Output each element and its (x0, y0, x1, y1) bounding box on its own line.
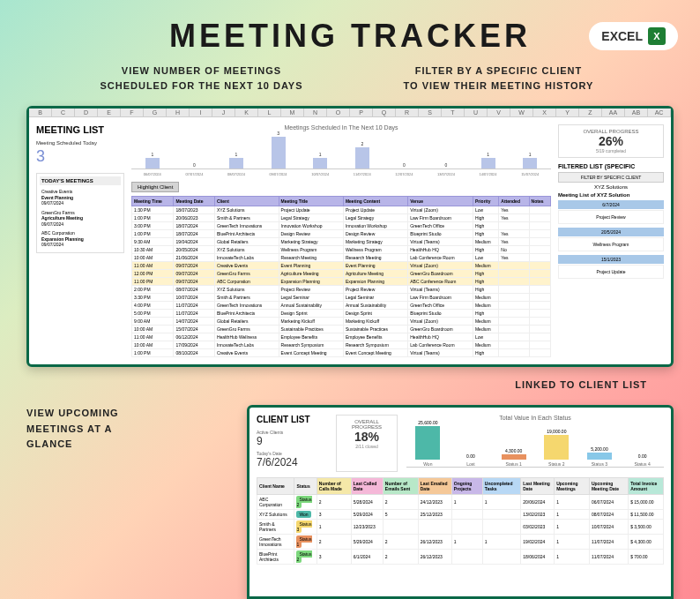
filter-label: FILTER BY SPECIFIC CLIENT (558, 172, 664, 183)
table-row[interactable]: 1:00 PM08/10/2024Creative EventsEvent Co… (132, 349, 551, 357)
filtered-list-title: Meeting List of XYZ Solution (558, 192, 664, 198)
table-row[interactable]: 2:00 PM08/07/2024XYZ SolutionsProject Re… (132, 286, 551, 294)
today-meeting-item[interactable]: GreenGro FarmsAgriculture Meeting09/07/2… (40, 208, 121, 229)
table-row[interactable]: 10:00 AM17/09/2024InnovateTech LabsResea… (132, 341, 551, 349)
filtered-meeting[interactable]: Project Review (558, 210, 664, 224)
callout-top-right: FILTER BY A SPECIFIC CLIENT TO VIEW THEI… (350, 64, 647, 93)
column-headers: BCDEFGHIJKLMNOPQRSTUVWXYZAAABAC (29, 109, 671, 117)
progress-box: OVERALL PROGRESS 26% 5/19 completed (558, 124, 664, 158)
table-row[interactable]: 9:30 AM19/04/2024Global RetailersMarketi… (132, 238, 551, 246)
today-meeting-item[interactable]: ABC CorporationExpansion Planning09/07/2… (40, 228, 121, 250)
today-meetings-title: TODAY'S MEETINGS (40, 176, 121, 185)
highlight-client-button[interactable]: Highlight Client (131, 182, 179, 192)
table-row[interactable]: 10:30 AM20/05/2024XYZ SolutionsWellness … (132, 246, 551, 254)
excel-label: EXCEL (601, 29, 643, 43)
table-row[interactable]: 9:00 AM14/07/2024Global RetailersMarketi… (132, 318, 551, 326)
progress-pct: 26% (562, 134, 659, 148)
table-row[interactable]: 1:00 PM20/06/2023Smith & PartnersLegal S… (132, 214, 551, 222)
table-row[interactable]: 10:00 AM15/07/2024GreenGro FarmsSustaina… (132, 326, 551, 333)
filtered-date: 15/1/2023 (558, 255, 664, 264)
table-row[interactable]: GreenTech InnovationsStatus 125/29/20242… (257, 535, 664, 550)
callout-left: VIEW UPCOMING MEETINGS AT A GLANCE (26, 406, 119, 453)
table-row[interactable]: 11:00 PM09/07/2024ABC CorporationExpansi… (132, 278, 551, 286)
table-row[interactable]: 10:00 AM21/06/2024InnovateTech LabsResea… (132, 254, 551, 262)
active-clients-count: 9 (257, 435, 327, 447)
client-progress-box: OVERALL PROGRESS 18% 2/11 closed (336, 415, 398, 472)
table-row[interactable]: ABC CorporationStatus 225/28/2024224/12/… (257, 495, 664, 510)
filtered-date: 20/5/2024 (558, 228, 664, 236)
meeting-list-title: MEETING LIST (36, 124, 124, 135)
filter-title: FILTERED LIST (SPECIFIC (558, 163, 664, 169)
table-row[interactable]: 3:00 PM18/07/2024GreenTech InnovationsIn… (132, 222, 551, 230)
scheduled-today-count: 3 (36, 147, 124, 166)
filtered-meeting[interactable]: Project Update (558, 265, 664, 279)
table-row[interactable]: Smith & PartnersStatus 3112/23/202303/02… (257, 520, 664, 535)
excel-badge: EXCEL X (589, 22, 678, 50)
table-row[interactable]: 3:30 PM10/07/2024Smith & PartnersLegal S… (132, 294, 551, 302)
table-row[interactable]: 5:00 PM11/07/2024BluePrint ArchitectsDes… (132, 310, 551, 318)
table-row[interactable]: 1:30 PM18/07/2023XYZ SolutionsProject Up… (132, 206, 551, 214)
progress-sub: 5/19 completed (562, 148, 659, 153)
table-row[interactable]: 11:00 AM06/12/2024HealthHub WellnessEmpl… (132, 333, 551, 341)
client-list-window: CLIENT LIST Active Clients 9 Today's Dat… (247, 405, 674, 599)
client-list-title: CLIENT LIST (257, 415, 327, 424)
table-row[interactable]: 12:00 PM09/07/2024GreenGro FarmsAgricult… (132, 270, 551, 278)
scheduled-today-label: Meeting Scheduled Today (36, 140, 124, 146)
filtered-meeting[interactable]: Wellness Program (558, 237, 664, 251)
today-date: 7/6/2024 (257, 456, 327, 468)
chart-title: Meetings Scheduled In The Next 10 Days (131, 124, 551, 131)
filtered-date: 6/7/2024 (558, 200, 664, 209)
today-meetings-panel: TODAY'S MEETINGS Creative EventsEvent Pl… (36, 173, 124, 253)
table-row[interactable]: 1:00 PM18/07/2024BluePrint ArchitectsDes… (132, 230, 551, 238)
excel-icon: X (648, 27, 666, 45)
filter-client-dropdown[interactable]: XYZ Solutions (558, 184, 664, 190)
meetings-table[interactable]: Meeting TimeMeeting DateClientMeeting Ti… (131, 196, 551, 357)
client-bar-chart: 25,600.00Won0.00Lost4,300.00Status 119,0… (406, 423, 664, 468)
meetings-bar-chart: 1013120011 (131, 134, 551, 169)
meeting-list-window: BCDEFGHIJKLMNOPQRSTUVWXYZAAABAC MEETING … (26, 106, 674, 367)
callout-right: LINKED TO CLIENT LIST (515, 379, 647, 390)
today-meeting-item[interactable]: Creative EventsEvent Planning09/07/2024 (40, 187, 121, 208)
callout-top-left: VIEW NUMBER OF MEETINGS SCHEDULED FOR TH… (53, 64, 350, 93)
table-row[interactable]: BluePrint ArchitectsStatus 236/1/2024226… (257, 550, 664, 565)
client-table[interactable]: Client NameStatusNumber of Calls MadeLas… (257, 477, 664, 565)
table-row[interactable]: XYZ SolutionsWon35/29/2024525/12/202313/… (257, 510, 664, 520)
table-row[interactable]: 4:00 PM11/07/2024GreenTech InnovationsAn… (132, 302, 551, 310)
table-row[interactable]: 11:00 AM09/07/2024Creative EventsEvent P… (132, 262, 551, 270)
